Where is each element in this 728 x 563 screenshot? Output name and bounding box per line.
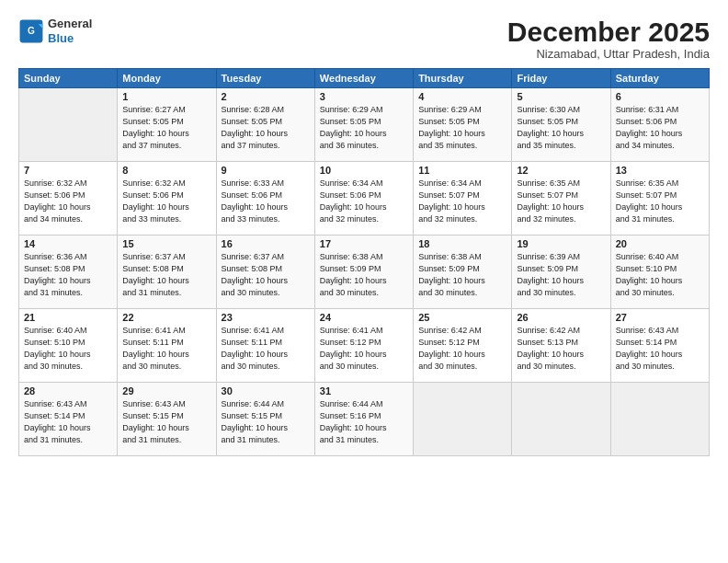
header-day-monday: Monday [118,69,216,88]
day-number: 7 [24,165,112,176]
day-info: Sunrise: 6:35 AM Sunset: 5:07 PM Dayligh… [517,178,605,225]
calendar-day-cell: 28Sunrise: 6:43 AM Sunset: 5:14 PM Dayli… [19,383,118,456]
calendar-day-cell: 31Sunrise: 6:44 AM Sunset: 5:16 PM Dayli… [314,383,413,456]
day-info: Sunrise: 6:34 AM Sunset: 5:07 PM Dayligh… [418,178,506,225]
calendar-day-cell: 22Sunrise: 6:41 AM Sunset: 5:11 PM Dayli… [118,309,216,383]
day-info: Sunrise: 6:42 AM Sunset: 5:12 PM Dayligh… [418,325,506,373]
day-number: 29 [122,385,210,396]
header: G General Blue December 2025 Nizamabad, … [18,17,710,61]
day-info: Sunrise: 6:42 AM Sunset: 5:13 PM Dayligh… [517,325,605,373]
day-number: 21 [24,312,112,323]
calendar-day-cell: 4Sunrise: 6:29 AM Sunset: 5:05 PM Daylig… [414,88,512,162]
day-info: Sunrise: 6:40 AM Sunset: 5:10 PM Dayligh… [616,251,704,299]
calendar-day-cell: 13Sunrise: 6:35 AM Sunset: 5:07 PM Dayli… [610,162,709,236]
header-day-tuesday: Tuesday [216,69,314,88]
calendar-day-cell: 24Sunrise: 6:41 AM Sunset: 5:12 PM Dayli… [314,309,413,383]
title-block: December 2025 Nizamabad, Uttar Pradesh, … [507,17,710,61]
day-info: Sunrise: 6:44 AM Sunset: 5:16 PM Dayligh… [320,398,408,446]
day-info: Sunrise: 6:41 AM Sunset: 5:11 PM Dayligh… [122,325,210,373]
calendar-day-cell: 3Sunrise: 6:29 AM Sunset: 5:05 PM Daylig… [314,88,413,162]
header-day-wednesday: Wednesday [314,69,413,88]
calendar-day-cell [414,383,512,456]
day-number: 19 [517,238,605,249]
day-info: Sunrise: 6:33 AM Sunset: 5:06 PM Dayligh… [222,178,310,225]
day-number: 25 [418,312,506,323]
calendar-day-cell: 2Sunrise: 6:28 AM Sunset: 5:05 PM Daylig… [216,88,314,162]
calendar-day-cell: 6Sunrise: 6:31 AM Sunset: 5:06 PM Daylig… [610,88,709,162]
calendar-day-cell: 5Sunrise: 6:30 AM Sunset: 5:05 PM Daylig… [512,88,610,162]
calendar-day-cell: 30Sunrise: 6:44 AM Sunset: 5:15 PM Dayli… [216,383,314,456]
calendar-week-row: 28Sunrise: 6:43 AM Sunset: 5:14 PM Dayli… [19,383,710,456]
calendar-week-row: 7Sunrise: 6:32 AM Sunset: 5:06 PM Daylig… [19,162,710,236]
day-info: Sunrise: 6:32 AM Sunset: 5:06 PM Dayligh… [24,178,112,225]
header-day-sunday: Sunday [19,69,118,88]
day-number: 8 [122,165,210,176]
calendar-day-cell: 9Sunrise: 6:33 AM Sunset: 5:06 PM Daylig… [216,162,314,236]
day-info: Sunrise: 6:32 AM Sunset: 5:06 PM Dayligh… [122,178,210,225]
day-info: Sunrise: 6:27 AM Sunset: 5:05 PM Dayligh… [122,104,210,152]
day-number: 24 [320,312,408,323]
day-info: Sunrise: 6:41 AM Sunset: 5:11 PM Dayligh… [222,325,310,373]
day-number: 9 [222,165,310,176]
day-number: 15 [122,238,210,249]
day-number: 16 [222,238,310,249]
day-info: Sunrise: 6:31 AM Sunset: 5:06 PM Dayligh… [616,104,704,152]
header-day-thursday: Thursday [414,69,512,88]
calendar-table: SundayMondayTuesdayWednesdayThursdayFrid… [18,68,710,456]
day-number: 13 [616,165,704,176]
day-number: 5 [517,91,605,102]
calendar-day-cell: 7Sunrise: 6:32 AM Sunset: 5:06 PM Daylig… [19,162,118,236]
day-number: 11 [418,165,506,176]
day-info: Sunrise: 6:43 AM Sunset: 5:15 PM Dayligh… [122,398,210,446]
calendar-day-cell: 14Sunrise: 6:36 AM Sunset: 5:08 PM Dayli… [19,236,118,309]
logo-text: General Blue [48,17,92,45]
calendar-day-cell [610,383,709,456]
calendar-day-cell: 29Sunrise: 6:43 AM Sunset: 5:15 PM Dayli… [118,383,216,456]
page: G General Blue December 2025 Nizamabad, … [0,0,728,563]
day-number: 4 [418,91,506,102]
day-number: 26 [517,312,605,323]
day-number: 27 [616,312,704,323]
day-number: 22 [122,312,210,323]
day-info: Sunrise: 6:29 AM Sunset: 5:05 PM Dayligh… [320,104,408,152]
calendar-week-row: 1Sunrise: 6:27 AM Sunset: 5:05 PM Daylig… [19,88,710,162]
header-day-friday: Friday [512,69,610,88]
logo-line1: General [48,17,92,31]
day-number: 18 [418,238,506,249]
calendar-day-cell: 21Sunrise: 6:40 AM Sunset: 5:10 PM Dayli… [19,309,118,383]
day-info: Sunrise: 6:29 AM Sunset: 5:05 PM Dayligh… [418,104,506,152]
calendar-day-cell: 10Sunrise: 6:34 AM Sunset: 5:06 PM Dayli… [314,162,413,236]
calendar-day-cell: 19Sunrise: 6:39 AM Sunset: 5:09 PM Dayli… [512,236,610,309]
day-info: Sunrise: 6:30 AM Sunset: 5:05 PM Dayligh… [517,104,605,152]
day-info: Sunrise: 6:44 AM Sunset: 5:15 PM Dayligh… [222,398,310,446]
main-title: December 2025 [507,17,710,47]
day-info: Sunrise: 6:38 AM Sunset: 5:09 PM Dayligh… [320,251,408,299]
calendar-day-cell: 27Sunrise: 6:43 AM Sunset: 5:14 PM Dayli… [610,309,709,383]
day-number: 3 [320,91,408,102]
calendar-day-cell: 15Sunrise: 6:37 AM Sunset: 5:08 PM Dayli… [118,236,216,309]
calendar-day-cell: 12Sunrise: 6:35 AM Sunset: 5:07 PM Dayli… [512,162,610,236]
logo-icon: G [18,18,44,44]
calendar-week-row: 21Sunrise: 6:40 AM Sunset: 5:10 PM Dayli… [19,309,710,383]
day-info: Sunrise: 6:37 AM Sunset: 5:08 PM Dayligh… [222,251,310,299]
logo: G General Blue [18,17,92,45]
day-number: 30 [222,385,310,396]
day-info: Sunrise: 6:43 AM Sunset: 5:14 PM Dayligh… [24,398,112,446]
day-info: Sunrise: 6:39 AM Sunset: 5:09 PM Dayligh… [517,251,605,299]
calendar-week-row: 14Sunrise: 6:36 AM Sunset: 5:08 PM Dayli… [19,236,710,309]
calendar-day-cell: 8Sunrise: 6:32 AM Sunset: 5:06 PM Daylig… [118,162,216,236]
day-number: 6 [616,91,704,102]
calendar-day-cell: 25Sunrise: 6:42 AM Sunset: 5:12 PM Dayli… [414,309,512,383]
day-info: Sunrise: 6:37 AM Sunset: 5:08 PM Dayligh… [122,251,210,299]
day-info: Sunrise: 6:35 AM Sunset: 5:07 PM Dayligh… [616,178,704,225]
day-number: 1 [122,91,210,102]
day-info: Sunrise: 6:28 AM Sunset: 5:05 PM Dayligh… [222,104,310,152]
day-number: 23 [222,312,310,323]
day-number: 17 [320,238,408,249]
day-info: Sunrise: 6:40 AM Sunset: 5:10 PM Dayligh… [24,325,112,373]
calendar-day-cell: 23Sunrise: 6:41 AM Sunset: 5:11 PM Dayli… [216,309,314,383]
calendar-header-row: SundayMondayTuesdayWednesdayThursdayFrid… [19,69,710,88]
day-info: Sunrise: 6:43 AM Sunset: 5:14 PM Dayligh… [616,325,704,373]
day-number: 28 [24,385,112,396]
svg-text:G: G [28,26,35,36]
